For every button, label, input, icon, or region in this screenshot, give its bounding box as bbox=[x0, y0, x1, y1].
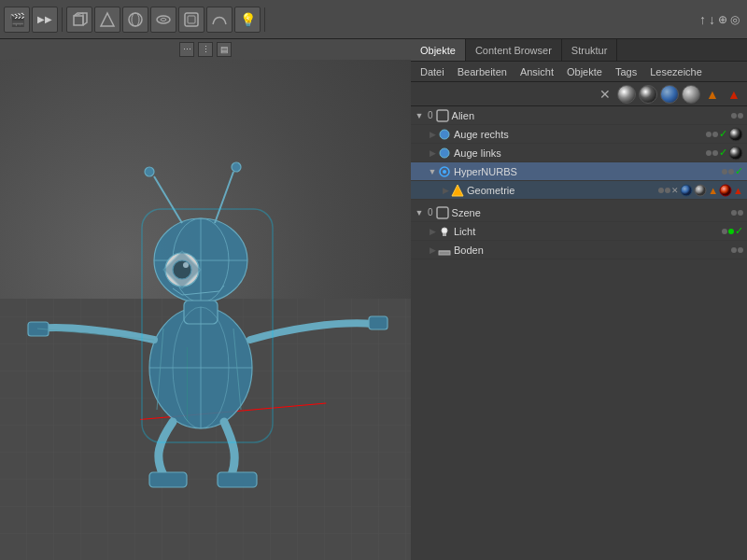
szene-icon bbox=[435, 205, 450, 220]
tree-row-auge-rechts[interactable]: ▶ Auge rechts ✓ bbox=[411, 125, 747, 144]
nav-up-icon[interactable]: ↑ bbox=[699, 12, 706, 27]
mat-ball-3[interactable] bbox=[660, 85, 679, 104]
expand-auge-links[interactable]: ▶ bbox=[428, 148, 437, 158]
viewport-canvas[interactable] bbox=[0, 60, 411, 560]
expand-hypernurbs[interactable]: ▼ bbox=[428, 167, 437, 176]
mat-icon-cross[interactable]: ✕ bbox=[596, 85, 614, 104]
subdiv-button[interactable] bbox=[178, 7, 204, 33]
svg-line-18 bbox=[154, 176, 182, 223]
svg-rect-48 bbox=[439, 251, 450, 255]
tab-struktur[interactable]: Struktur bbox=[562, 39, 618, 61]
right-panel: Objekte Content Browser Struktur Datei B… bbox=[411, 39, 747, 560]
expand-geometrie[interactable]: ▶ bbox=[441, 186, 450, 195]
hypernurbs-label: HyperNURBS bbox=[454, 166, 722, 177]
tree-row-szene[interactable]: ▼ 0 Szene bbox=[411, 203, 747, 222]
menu-datei[interactable]: Datei bbox=[415, 64, 450, 79]
tree-row-hypernurbs[interactable]: ▼ HyperNURBS ✓ bbox=[411, 162, 747, 181]
geo-ball3 bbox=[719, 184, 732, 197]
svg-point-21 bbox=[232, 162, 241, 172]
tab-content-browser[interactable]: Content Browser bbox=[466, 39, 562, 61]
expand-alien[interactable]: ▼ bbox=[415, 111, 424, 120]
mat-ball-1[interactable] bbox=[617, 85, 636, 104]
geo-mat-icon: ✕ bbox=[671, 186, 679, 195]
li-dot2 bbox=[728, 229, 734, 234]
light-button[interactable]: 💡 bbox=[234, 7, 261, 33]
tree-row-auge-links[interactable]: ▶ Auge links ✓ bbox=[411, 144, 747, 162]
mat-ball-2[interactable] bbox=[639, 85, 657, 104]
expand-auge-rechts[interactable]: ▶ bbox=[428, 130, 437, 139]
geo-ball2 bbox=[694, 184, 707, 197]
ar-dot1 bbox=[706, 132, 712, 137]
svg-rect-29 bbox=[149, 472, 187, 487]
vp-btn-2[interactable]: ⋮ bbox=[198, 42, 213, 57]
menu-tags[interactable]: Tags bbox=[610, 64, 642, 79]
vp-btn-1[interactable]: ⋯ bbox=[179, 42, 194, 57]
separator-1 bbox=[62, 7, 63, 32]
sz-dot2 bbox=[738, 210, 743, 216]
al-check: ✓ bbox=[719, 147, 727, 159]
menu-bar: Datei Bearbeiten Ansicht Objekte Tags Le… bbox=[411, 62, 747, 82]
nav-down-icon[interactable]: ↓ bbox=[709, 12, 715, 27]
svg-rect-28 bbox=[369, 316, 388, 329]
ar-check: ✓ bbox=[719, 128, 727, 140]
expand-szene[interactable]: ▼ bbox=[415, 208, 424, 217]
boden-icon bbox=[437, 243, 452, 258]
svg-point-36 bbox=[729, 128, 742, 141]
mat-icon-triangle[interactable]: ▲ bbox=[703, 85, 722, 104]
sphere-button[interactable] bbox=[122, 7, 148, 33]
expand-boden[interactable]: ▶ bbox=[428, 245, 437, 255]
nav-pan-icon[interactable]: ⊕ bbox=[718, 13, 727, 26]
hn-dot1 bbox=[722, 169, 727, 175]
viewport-3d[interactable]: ⋯ ⋮ ▤ bbox=[0, 39, 411, 560]
alien-dot2 bbox=[738, 113, 743, 119]
al-ball bbox=[728, 146, 743, 161]
szene-level-icon: 0 bbox=[428, 207, 433, 217]
material-row: ✕ ▲ ▲ bbox=[411, 82, 747, 106]
nurbs-button[interactable] bbox=[206, 7, 233, 33]
mat-icon-triangle-red[interactable]: ▲ bbox=[725, 85, 743, 104]
svg-rect-7 bbox=[185, 13, 198, 26]
alien-label: Alien bbox=[452, 110, 731, 121]
menu-objekte[interactable]: Objekte bbox=[561, 64, 608, 79]
licht-icon bbox=[437, 224, 452, 239]
expand-licht[interactable]: ▶ bbox=[428, 227, 437, 236]
play-button[interactable]: ▶▶ bbox=[32, 7, 58, 33]
svg-point-35 bbox=[440, 130, 449, 139]
hn-check: ✓ bbox=[735, 165, 743, 177]
sz-dot1 bbox=[731, 210, 737, 216]
menu-ansicht[interactable]: Ansicht bbox=[514, 64, 559, 79]
nav-orbit-icon[interactable]: ◎ bbox=[730, 13, 740, 26]
tree-row-alien[interactable]: ▼ 0 Alien bbox=[411, 106, 747, 125]
geometrie-label: Geometrie bbox=[467, 185, 658, 196]
main-area: ⋯ ⋮ ▤ bbox=[0, 39, 747, 560]
auge-rechts-icon bbox=[437, 127, 452, 142]
ar-ball bbox=[728, 127, 743, 142]
svg-point-38 bbox=[729, 147, 742, 160]
hypernurbs-icon bbox=[437, 164, 452, 179]
svg-point-5 bbox=[157, 16, 170, 23]
tree-row-geometrie[interactable]: ▶ Geometrie ✕ bbox=[411, 181, 747, 200]
vp-btn-3[interactable]: ▤ bbox=[217, 42, 232, 57]
auge-rechts-right: ✓ bbox=[706, 127, 743, 142]
tree-row-boden[interactable]: ▶ Boden bbox=[411, 241, 747, 259]
film-button[interactable]: 🎬 bbox=[4, 7, 30, 33]
svg-point-37 bbox=[440, 148, 449, 158]
svg-line-20 bbox=[215, 172, 233, 223]
boden-right bbox=[731, 247, 743, 253]
cone-button[interactable] bbox=[94, 7, 120, 33]
svg-marker-41 bbox=[452, 185, 463, 196]
cube-button[interactable] bbox=[66, 7, 92, 33]
torus-button[interactable] bbox=[150, 7, 176, 33]
hn-dot2 bbox=[728, 169, 734, 175]
alien-dot1 bbox=[731, 113, 737, 119]
tree-row-licht[interactable]: ▶ Licht ✓ bbox=[411, 222, 747, 241]
menu-lesezeiche[interactable]: Lesezeiche bbox=[644, 64, 708, 79]
separator-2 bbox=[264, 7, 265, 32]
mat-ball-4[interactable] bbox=[682, 85, 700, 104]
svg-point-6 bbox=[161, 18, 166, 21]
svg-rect-34 bbox=[437, 110, 448, 121]
tab-objekte[interactable]: Objekte bbox=[411, 39, 466, 61]
menu-bearbeiten[interactable]: Bearbeiten bbox=[452, 64, 513, 79]
geo-dot1 bbox=[658, 188, 664, 193]
object-tree[interactable]: ▼ 0 Alien ▶ Auge rechts bbox=[411, 106, 747, 560]
